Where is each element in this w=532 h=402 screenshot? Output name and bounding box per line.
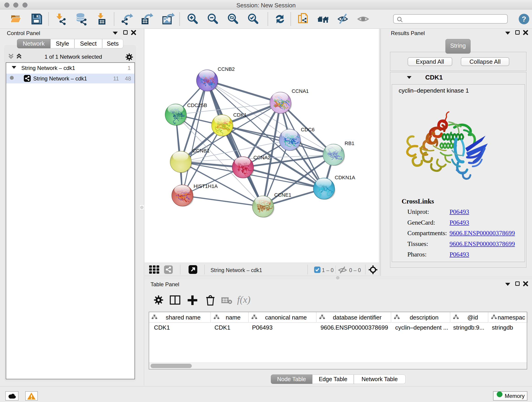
svg-text:CDKN1A: CDKN1A [335, 175, 355, 180]
svg-text:CCNB2: CCNB2 [218, 66, 235, 72]
svg-text:CCNA1: CCNA1 [292, 88, 309, 94]
svg-text:CDC6: CDC6 [301, 127, 315, 133]
svg-text:CDK1: CDK1 [233, 112, 247, 118]
svg-text:RB1: RB1 [345, 140, 355, 146]
svg-text:CCNA2: CCNA2 [253, 155, 271, 160]
svg-text:CCNE1: CCNE1 [274, 192, 291, 198]
svg-text:HIST1H1A: HIST1H1A [194, 183, 218, 189]
svg-text:CCNB1: CCNB1 [192, 148, 210, 153]
svg-text:?: ? [522, 15, 526, 23]
svg-text:CDC25B: CDC25B [187, 102, 207, 108]
